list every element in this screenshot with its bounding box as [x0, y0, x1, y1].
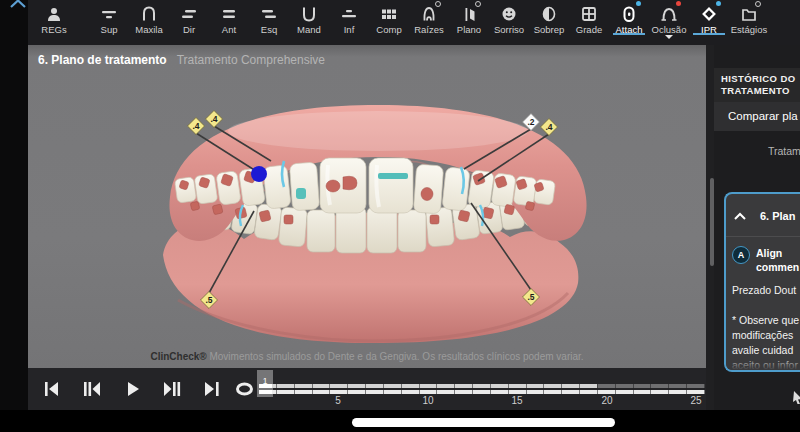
toolbar-item-oclusao[interactable]: Oclusão — [649, 0, 689, 35]
stage-number: 5 — [335, 395, 341, 406]
collapse-chevron-icon[interactable] — [733, 212, 747, 221]
upper-arch-icon — [141, 4, 157, 23]
toolbar-item-attach[interactable]: Attach — [609, 0, 649, 35]
treatment-history-sidebar: HISTÓRICO DO TRATAMENTO Comparar pla Tra… — [714, 45, 800, 410]
occlusion-tooth-icon — [660, 4, 678, 23]
comment-author: Align — [756, 247, 782, 259]
ipr-label-diamond[interactable]: .4 — [206, 111, 223, 128]
plane-icon — [461, 4, 477, 23]
toolbar-item-grade[interactable]: Grade — [569, 0, 609, 35]
skip-to-start-button[interactable] — [43, 381, 61, 397]
lower-view-icon — [341, 4, 357, 23]
toolbar-item-mand[interactable]: Mand — [289, 0, 329, 35]
history-header: HISTÓRICO DO TRATAMENTO — [714, 68, 800, 102]
composite-grid-icon — [381, 4, 397, 23]
smile-icon — [501, 4, 517, 23]
close-icon[interactable] — [9, 0, 27, 9]
3d-viewport[interactable]: 6. Plano de tratamentoTratamento Compreh… — [28, 45, 706, 368]
toolbar-item-sorriso[interactable]: Sorriso — [489, 0, 529, 35]
comment-body-line: aceito ou infor — [732, 359, 798, 371]
right-view-icon — [181, 4, 197, 23]
stage-timeline-bar: 1 5 10 15 20 25 — [28, 368, 706, 410]
notification-ring-badge — [475, 1, 481, 7]
toolbar-item-raizes[interactable]: Raízes — [409, 0, 449, 35]
toolbar-item-dir[interactable]: Dir — [169, 0, 209, 35]
skip-to-end-button[interactable] — [203, 381, 221, 397]
toolbar-item-esq[interactable]: Esq — [249, 0, 289, 35]
stage-number: 20 — [601, 395, 612, 406]
chevron-down-icon — [665, 35, 673, 39]
comment-body-line: modificações — [732, 329, 793, 341]
toolbar-item-ant[interactable]: Ant — [209, 0, 249, 35]
user-icon — [46, 4, 62, 23]
grid-icon — [581, 4, 597, 23]
svg-text:.4: .4 — [192, 121, 199, 131]
toolbar-item-maxila[interactable]: Maxila — [129, 0, 169, 35]
comment-greeting: Prezado Dout — [732, 284, 796, 296]
notification-ring-badge — [435, 1, 441, 7]
superimpose-icon — [541, 4, 557, 23]
lower-arch-icon — [301, 4, 317, 23]
divider — [726, 236, 800, 237]
notification-dot-badge — [716, 1, 721, 6]
home-indicator-pill[interactable] — [352, 418, 615, 427]
plan-comment-panel: 6. Plan A Align commen Prezado Dout * Ob… — [724, 192, 800, 372]
left-view-icon — [261, 4, 277, 23]
toolbar: REGs Sup Maxila Dir Ant Esq Mand Inf Com… — [28, 0, 800, 45]
disclaimer-caption: ClinCheck® Movimentos simulados do Dente… — [28, 351, 706, 362]
attachment-icon — [621, 4, 637, 23]
stage-number: 25 — [690, 395, 701, 406]
clincheck-brand: ClinCheck® — [150, 351, 206, 362]
comment-author-line2: commen — [756, 261, 799, 273]
teeth-3d-model[interactable]: .4 .4 .4 .2 .5 .5 — [28, 45, 706, 368]
front-view-icon — [221, 4, 237, 23]
ipr-diamond-icon — [700, 4, 718, 23]
svg-text:.5: .5 — [205, 295, 212, 305]
notification-dot-badge — [636, 1, 641, 6]
stage-number: 15 — [511, 395, 522, 406]
svg-text:.4: .4 — [545, 122, 552, 132]
treatment-tab[interactable]: Tratame — [768, 145, 800, 157]
cursor-arrow-icon — [793, 391, 800, 404]
align-avatar: A — [732, 246, 750, 264]
notification-dot-badge — [676, 1, 681, 6]
loop-playback-toggle[interactable] — [235, 382, 254, 396]
stages-folder-icon — [741, 4, 757, 23]
left-edge-strip — [0, 0, 28, 410]
toolbar-item-ipr[interactable]: IPR — [689, 0, 729, 35]
toolbar-item-sup[interactable]: Sup — [89, 0, 129, 35]
comment-body-line: avalie cuidad — [732, 344, 793, 356]
upper-view-icon — [101, 4, 117, 23]
svg-text:.2: .2 — [527, 117, 534, 127]
stage-tick-marks — [259, 384, 705, 394]
svg-text:.4: .4 — [210, 114, 217, 124]
android-nav-bar — [0, 410, 800, 432]
compare-plans-button[interactable]: Comparar pla — [714, 102, 800, 131]
play-button[interactable] — [124, 381, 142, 397]
svg-text:.5: .5 — [527, 292, 534, 302]
toolbar-item-plano[interactable]: Plano — [449, 0, 489, 35]
stage-number: 10 — [422, 395, 433, 406]
notification-ring-badge — [755, 1, 761, 7]
ipr-label-diamond[interactable]: .4 — [541, 119, 558, 136]
ipr-label-diamond[interactable]: .4 — [188, 118, 205, 135]
toolbar-item-regs[interactable]: REGs — [34, 0, 74, 35]
toolbar-item-sobrep[interactable]: Sobrep — [529, 0, 569, 35]
toolbar-item-comp[interactable]: Comp — [369, 0, 409, 35]
step-back-button[interactable] — [83, 381, 101, 397]
comment-body-line: * Observe que — [732, 314, 799, 326]
selected-ipr-point[interactable] — [251, 166, 267, 182]
toolbar-item-inf[interactable]: Inf — [329, 0, 369, 35]
panel-title[interactable]: 6. Plan — [760, 210, 795, 222]
tooth-roots-icon — [421, 4, 437, 23]
step-forward-button[interactable] — [163, 381, 181, 397]
toolbar-item-estagios[interactable]: Estágios — [729, 0, 769, 35]
